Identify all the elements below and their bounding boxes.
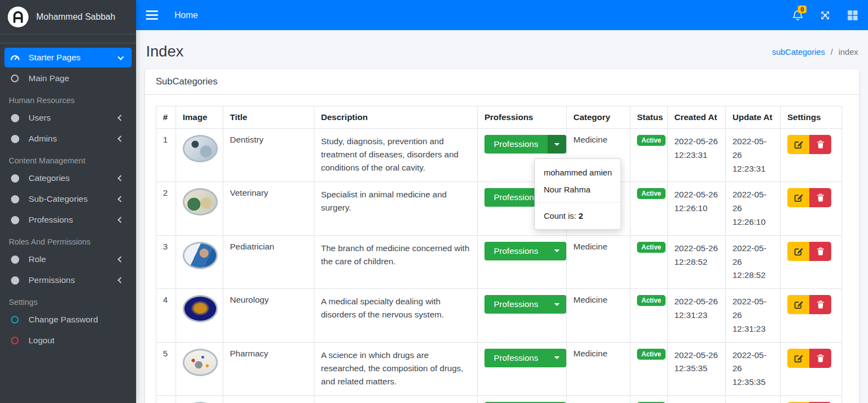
professions-dropdown-toggle[interactable]: [548, 135, 566, 154]
dropdown-item[interactable]: mohammed amien: [535, 164, 621, 181]
circle-icon: [9, 276, 21, 285]
circle-icon: [9, 174, 21, 183]
fullscreen-expand-icon[interactable]: [820, 10, 831, 21]
trash-icon: [816, 193, 825, 202]
settings-button-group: [787, 135, 831, 154]
caret-down-icon: [554, 143, 560, 146]
edit-pencil-icon: [794, 354, 803, 363]
grid-apps-icon[interactable]: [847, 10, 858, 21]
circle-outline-teal-icon: [9, 316, 21, 323]
trash-icon: [816, 354, 825, 363]
trash-icon: [816, 140, 825, 149]
sidebar-item-users[interactable]: Users: [4, 108, 132, 128]
cell-update-at: 2022-05-26 12:38:57: [726, 395, 781, 403]
delete-button[interactable]: [809, 188, 831, 207]
sidebar-item-label: Permissions: [29, 275, 111, 285]
dropdown-item[interactable]: Nour Rahma: [535, 181, 621, 198]
delete-button[interactable]: [809, 295, 831, 314]
professions-split-button: Professions: [484, 135, 566, 154]
circle-icon: [9, 256, 21, 264]
col-header-image: Image: [176, 106, 223, 129]
status-badge: Active: [637, 295, 666, 306]
edit-button[interactable]: [787, 188, 809, 207]
col-header-status: Status: [630, 106, 668, 129]
notification-count-badge: 0: [798, 5, 807, 13]
edit-button[interactable]: [787, 349, 809, 368]
cell-num: 4: [156, 289, 176, 342]
professions-dropdown-toggle[interactable]: [548, 242, 566, 260]
notifications-bell-icon[interactable]: 0: [792, 9, 803, 21]
sidebar-item-permissions[interactable]: Permissions: [4, 270, 132, 290]
content-area: Index subCategories / index SubCategorie…: [136, 30, 868, 403]
cell-settings: [781, 342, 842, 395]
sidebar-item-admins[interactable]: Admins: [4, 129, 132, 149]
navbar-home-link[interactable]: Home: [174, 10, 198, 20]
row-image: [183, 242, 218, 269]
top-navbar: Home 0: [136, 0, 868, 30]
sidebar-item-main-page[interactable]: Main Page: [4, 69, 132, 88]
cell-image: [176, 129, 223, 182]
chevron-left-icon: [117, 175, 123, 181]
professions-dropdown-toggle[interactable]: [548, 295, 566, 314]
section-header-settings: Settings: [4, 291, 132, 310]
cell-settings: [781, 129, 842, 182]
dropdown-count-value: 2: [578, 211, 583, 220]
cell-num: 2: [156, 182, 176, 235]
sidebar-item-label: Logout: [29, 336, 127, 345]
cell-created-at: 2022-05-26 12:28:52: [668, 235, 726, 288]
sidebar-item-starter-pages[interactable]: Starter Pages: [4, 48, 132, 67]
cell-image: [176, 289, 223, 342]
table-row: 4 Neurology A medical specialty dealing …: [156, 289, 842, 342]
professions-dropdown-toggle[interactable]: [548, 349, 566, 367]
status-badge: Active: [637, 188, 666, 199]
section-header-content-management: Content Management: [4, 150, 132, 168]
hamburger-menu-icon[interactable]: [146, 10, 158, 20]
sidebar-item-role[interactable]: Role: [4, 249, 132, 269]
circle-icon: [9, 216, 21, 224]
professions-button[interactable]: Professions: [484, 242, 548, 260]
edit-button[interactable]: [787, 135, 809, 154]
delete-button[interactable]: [809, 349, 831, 368]
card-body: # Image Title Description Professions Ca…: [145, 95, 859, 403]
sidebar-item-label: Users: [29, 113, 111, 123]
cell-image: [176, 342, 223, 395]
professions-button[interactable]: Professions: [484, 295, 548, 314]
chevron-left-icon: [117, 217, 123, 223]
breadcrumb-current: index: [838, 47, 858, 56]
sidebar-item-change-password[interactable]: Change Password: [4, 310, 132, 330]
table-row: 3 Pediatrician The branch of medicine co…: [156, 235, 842, 288]
delete-button[interactable]: [809, 135, 831, 154]
user-panel[interactable]: Mohammed Sabbah: [0, 0, 136, 35]
professions-split-button: Professions: [484, 295, 566, 314]
dropdown-divider: [535, 202, 621, 203]
sidebar-item-sub-categories[interactable]: Sub-Categories: [4, 189, 132, 209]
professions-button[interactable]: Professions: [484, 349, 548, 367]
caret-down-icon: [554, 356, 560, 359]
circle-icon: [9, 195, 21, 203]
cell-num: 6: [156, 395, 176, 403]
table-row: 5 Pharmacy A science in which drugs are …: [156, 342, 842, 395]
delete-button[interactable]: [809, 242, 831, 261]
cell-title: Neurology: [223, 289, 314, 342]
edit-button[interactable]: [787, 295, 809, 314]
sidebar-item-logout[interactable]: Logout: [4, 331, 132, 350]
status-badge: Active: [637, 135, 666, 146]
cell-status: Active: [630, 289, 668, 342]
sidebar-item-label: Professions: [29, 215, 111, 225]
cell-created-at: 2022-05-26 12:26:10: [668, 182, 726, 235]
main-area: Home 0: [136, 0, 868, 403]
cell-professions: Professions: [478, 395, 567, 403]
caret-down-icon: [554, 303, 560, 306]
cell-update-at: 2022-05-26 12:26:10: [726, 182, 781, 235]
col-header-settings: Settings: [781, 106, 842, 129]
app-logo: [8, 7, 29, 27]
sidebar-item-categories[interactable]: Categories: [4, 168, 132, 188]
breadcrumb-subcategories-link[interactable]: subCategories: [772, 47, 825, 56]
sidebar-item-professions[interactable]: Professions: [4, 210, 132, 230]
col-header-num: #: [156, 106, 176, 129]
circle-icon: [9, 135, 21, 143]
settings-button-group: [787, 295, 831, 314]
edit-button[interactable]: [787, 242, 809, 261]
professions-button[interactable]: Professions: [484, 135, 548, 154]
sidebar-item-label: Admins: [29, 134, 111, 144]
